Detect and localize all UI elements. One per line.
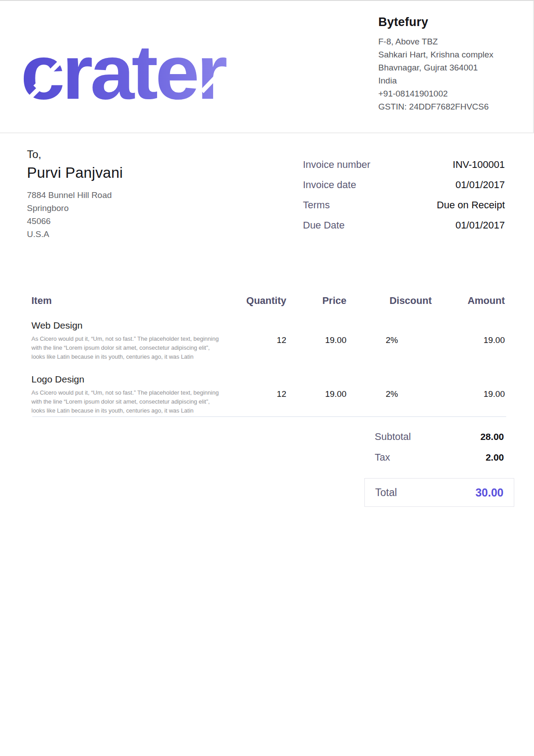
item-discount: 2%	[346, 389, 432, 399]
total-label: Total	[375, 487, 397, 499]
item-price: 19.00	[286, 335, 346, 345]
invoice-date-value: 01/01/2017	[455, 179, 505, 191]
company-phone: +91-08141901002	[378, 87, 522, 100]
company-address-line: Bhavnagar, Gujrat 364001	[378, 61, 522, 74]
crater-logo: crater	[21, 41, 229, 103]
billing-block: To, Purvi Panjvani 7884 Bunnel Hill Road…	[27, 148, 123, 241]
company-address-line: Sahkari Hart, Krishna complex	[378, 48, 522, 61]
table-row: Logo Design As Cicero would put it, “Um,…	[31, 373, 505, 415]
invoice-date-label: Invoice date	[303, 179, 356, 191]
total-box: Total 30.00	[364, 478, 514, 507]
column-header-quantity: Quantity	[231, 295, 286, 307]
table-row: Web Design As Cicero would put it, “Um, …	[31, 319, 505, 361]
subtotal-row: Subtotal 28.00	[364, 426, 514, 447]
to-label: To,	[27, 148, 123, 161]
invoice-number-label: Invoice number	[303, 159, 370, 171]
subtotal-value: 28.00	[480, 431, 504, 442]
item-description: As Cicero would put it, “Um, not so fast…	[31, 334, 221, 361]
tax-value: 2.00	[486, 452, 504, 463]
recipient-name: Purvi Panjvani	[27, 164, 123, 181]
invoice-page: crater Bytefury F-8, Above TBZ Sahkari H…	[0, 0, 534, 756]
item-cell: Logo Design As Cicero would put it, “Um,…	[31, 373, 231, 415]
item-price: 19.00	[286, 389, 346, 399]
totals-block: Subtotal 28.00 Tax 2.00 Total 30.00	[364, 426, 514, 507]
due-date-value: 01/01/2017	[455, 220, 505, 231]
invoice-header: crater Bytefury F-8, Above TBZ Sahkari H…	[0, 1, 534, 133]
terms-value: Due on Receipt	[437, 199, 505, 211]
total-value: 30.00	[475, 486, 503, 499]
invoice-meta: Invoice number INV-100001 Invoice date 0…	[303, 159, 505, 240]
billing-address-line: U.S.A	[27, 228, 123, 241]
subtotal-label: Subtotal	[375, 431, 411, 443]
crater-logo-svg: crater	[21, 41, 229, 101]
meta-row-terms: Terms Due on Receipt	[303, 199, 505, 220]
item-name: Web Design	[31, 319, 222, 332]
company-address-line: F-8, Above TBZ	[378, 35, 522, 48]
column-header-item: Item	[31, 295, 231, 307]
company-name: Bytefury	[378, 15, 522, 29]
table-bottom-divider	[32, 416, 506, 417]
due-date-label: Due Date	[303, 220, 345, 231]
item-amount: 19.00	[432, 389, 505, 399]
billing-address-line: 7884 Bunnel Hill Road	[27, 189, 123, 202]
item-discount: 2%	[346, 335, 432, 345]
column-header-amount: Amount	[432, 295, 505, 307]
column-header-price: Price	[286, 295, 346, 307]
items-table: Item Quantity Price Discount Amount Web …	[31, 290, 505, 415]
items-table-header: Item Quantity Price Discount Amount	[31, 290, 505, 312]
billing-address-line: Springboro	[27, 202, 123, 215]
item-quantity: 12	[231, 335, 286, 345]
meta-row-invoice-date: Invoice date 01/01/2017	[303, 179, 505, 199]
item-description: As Cicero would put it, “Um, not so fast…	[31, 388, 221, 415]
terms-label: Terms	[303, 199, 330, 211]
column-header-discount: Discount	[346, 295, 432, 307]
item-cell: Web Design As Cicero would put it, “Um, …	[31, 319, 231, 361]
company-address-line: India	[378, 74, 522, 87]
item-name: Logo Design	[31, 373, 222, 386]
company-gstin: GSTIN: 24DDF7682FHVCS6	[378, 100, 522, 113]
meta-row-invoice-number: Invoice number INV-100001	[303, 159, 505, 179]
invoice-number-value: INV-100001	[453, 159, 505, 171]
tax-label: Tax	[375, 452, 390, 463]
company-info: Bytefury F-8, Above TBZ Sahkari Hart, Kr…	[378, 15, 522, 113]
meta-row-due-date: Due Date 01/01/2017	[303, 220, 505, 240]
tax-row: Tax 2.00	[364, 447, 514, 468]
billing-address-line: 45066	[27, 215, 123, 228]
item-quantity: 12	[231, 389, 286, 399]
item-amount: 19.00	[432, 335, 505, 345]
